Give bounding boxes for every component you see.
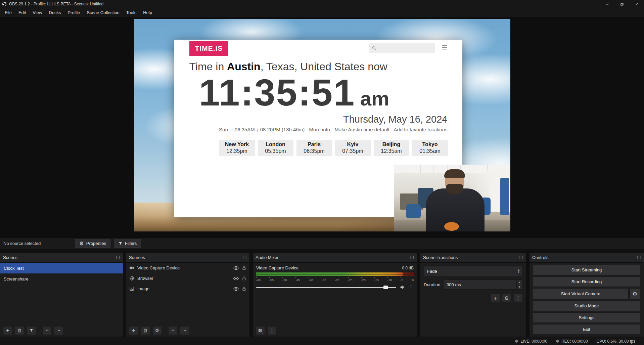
- gear-icon: ⚙: [633, 291, 637, 296]
- volume-meter-left: [256, 272, 414, 274]
- sources-dock-header[interactable]: Sources: [126, 253, 249, 263]
- lock-toggle-icon[interactable]: [242, 276, 246, 281]
- duration-spinbox[interactable]: 300 ms ▴ ▾: [443, 279, 523, 290]
- preview-area: TIME.IS ≡ Time in Austin, Texas, United …: [0, 17, 644, 238]
- controls-dock-header[interactable]: Controls: [530, 253, 644, 263]
- scene-item-clock-test[interactable]: Clock Test: [0, 263, 123, 273]
- duration-down-button[interactable]: ▾: [517, 285, 522, 289]
- globe-icon: [129, 276, 134, 281]
- timeis-date: Thursday, May 16, 2024: [174, 114, 448, 125]
- scenes-list: Clock Test Screenshare: [0, 263, 123, 324]
- mixer-level-db: 0.0 dB: [402, 266, 414, 270]
- studio-mode-button[interactable]: Studio Mode: [533, 300, 640, 311]
- add-transition-button[interactable]: +: [491, 294, 500, 302]
- add-scene-button[interactable]: +: [3, 326, 12, 335]
- properties-button[interactable]: ⚙ Properties: [75, 239, 110, 248]
- menu-scene-collection[interactable]: Scene Collection: [83, 8, 123, 17]
- source-item-browser[interactable]: Browser: [126, 273, 249, 284]
- transition-select[interactable]: Fade ▴ ▾: [424, 266, 523, 276]
- move-scene-down-button[interactable]: [54, 326, 63, 335]
- remove-transition-button[interactable]: [502, 294, 511, 302]
- popout-icon[interactable]: [519, 255, 523, 260]
- move-source-down-button[interactable]: [180, 326, 189, 335]
- city-card-london: London 05:35pm: [258, 140, 293, 156]
- timeis-heading: Time in Austin, Texas, United States now: [189, 60, 448, 73]
- mixer-toolbar: ⋮: [253, 324, 417, 337]
- window-title: OBS 29.1.2 - Profile: LLHLS BETA - Scene…: [9, 2, 103, 6]
- menubar: File Edit View Docks Profile Scene Colle…: [0, 8, 644, 17]
- gear-icon: ⚙: [79, 241, 84, 246]
- menu-help[interactable]: Help: [140, 8, 155, 17]
- transitions-content: Fade ▴ ▾ Duration 300 ms ▴ ▾: [420, 263, 526, 337]
- menu-docks[interactable]: Docks: [45, 8, 64, 17]
- move-scene-up-button[interactable]: [42, 326, 52, 335]
- menu-tools[interactable]: Tools: [123, 8, 140, 17]
- city-card-beijing: Beijing 12:35am: [374, 140, 409, 156]
- scenes-dock: Scenes Clock Test Screenshare +: [0, 252, 123, 337]
- sources-dock: Sources Video Capture Device: [126, 252, 250, 337]
- source-properties-button[interactable]: ⚙: [152, 326, 162, 335]
- menu-view[interactable]: View: [29, 8, 45, 17]
- volume-slider[interactable]: [256, 287, 396, 288]
- visibility-toggle-eye-icon[interactable]: [233, 286, 239, 292]
- make-default-link: Make Austin time default: [334, 127, 389, 132]
- city-card-tokyo: Tokyo 01:35am: [412, 140, 448, 156]
- move-source-up-button[interactable]: [168, 326, 178, 335]
- start-streaming-button[interactable]: Start Streaming: [533, 265, 640, 275]
- virtual-camera-settings-button[interactable]: ⚙: [630, 288, 640, 299]
- timeis-city-times: New York 12:35pm London 05:35pm Paris 06…: [174, 140, 448, 156]
- visibility-toggle-eye-icon[interactable]: [233, 276, 239, 281]
- audio-mixer-dock-header[interactable]: Audio Mixer: [253, 253, 417, 263]
- menu-file[interactable]: File: [1, 8, 15, 17]
- timeis-sun-info: Sun: ↑ 06:35AM ↓ 08:20PM (13h 46m) - Mor…: [174, 127, 448, 132]
- scene-transitions-dock-header[interactable]: Scene Transitions: [420, 253, 526, 263]
- mixer-menu-button[interactable]: ⋮: [267, 326, 277, 335]
- lock-toggle-icon[interactable]: [242, 287, 246, 291]
- titlebar: OBS 29.1.2 - Profile: LLHLS BETA - Scene…: [0, 0, 644, 8]
- chevron-down-icon: [183, 328, 187, 333]
- exit-button[interactable]: Exit: [533, 324, 640, 335]
- settings-button[interactable]: Settings: [533, 312, 640, 323]
- source-item-video-capture[interactable]: Video Capture Device: [126, 263, 249, 273]
- webcam-overlay: [394, 165, 510, 231]
- filters-button[interactable]: Filters: [114, 239, 141, 248]
- popout-icon[interactable]: [410, 255, 414, 260]
- maximize-restore-button[interactable]: [614, 0, 629, 8]
- close-button[interactable]: [629, 0, 644, 8]
- remove-source-button[interactable]: [141, 326, 150, 335]
- plus-icon: +: [132, 328, 135, 333]
- source-item-image[interactable]: Image: [126, 284, 249, 294]
- menu-profile[interactable]: Profile: [64, 8, 83, 17]
- image-icon: [129, 286, 134, 291]
- start-recording-button[interactable]: Start Recording: [533, 276, 640, 287]
- timeis-header: TIME.IS ≡: [174, 40, 462, 56]
- scene-canvas[interactable]: TIME.IS ≡ Time in Austin, Texas, United …: [134, 19, 510, 231]
- visibility-toggle-eye-icon[interactable]: [233, 265, 239, 271]
- timeis-logo: TIME.IS: [189, 41, 229, 56]
- add-source-button[interactable]: +: [129, 326, 138, 335]
- remove-scene-button[interactable]: [15, 326, 24, 335]
- lock-toggle-icon[interactable]: [242, 266, 246, 270]
- scene-transitions-dock: Scene Transitions Fade ▴ ▾ Duration 300 …: [420, 252, 526, 337]
- channel-menu-button[interactable]: ⋮: [408, 285, 414, 290]
- scenes-dock-header[interactable]: Scenes: [0, 253, 123, 263]
- start-virtual-camera-button[interactable]: Start Virtual Camera: [533, 288, 629, 299]
- audio-settings-button[interactable]: [256, 326, 265, 335]
- speaker-mute-button[interactable]: [400, 285, 405, 290]
- scene-item-screenshare[interactable]: Screenshare: [0, 273, 123, 284]
- scene-filters-button[interactable]: [27, 326, 36, 335]
- popout-icon[interactable]: [116, 255, 120, 260]
- minimize-button[interactable]: [600, 0, 614, 8]
- hamburger-menu-icon: ≡: [442, 42, 448, 52]
- duration-up-button[interactable]: ▴: [517, 280, 522, 285]
- live-status: LIVE: 00:00:00: [515, 339, 547, 344]
- popout-icon[interactable]: [242, 255, 247, 260]
- volume-slider-handle[interactable]: [383, 286, 388, 289]
- timeis-clock: 11:35:51am: [199, 75, 462, 111]
- trash-icon: [504, 296, 509, 300]
- transition-menu-button[interactable]: ⋮: [513, 294, 523, 302]
- menu-edit[interactable]: Edit: [15, 8, 29, 17]
- popout-icon[interactable]: [637, 255, 641, 260]
- sources-list: Video Capture Device Browser: [126, 263, 249, 324]
- gear-icon: ⚙: [155, 328, 159, 333]
